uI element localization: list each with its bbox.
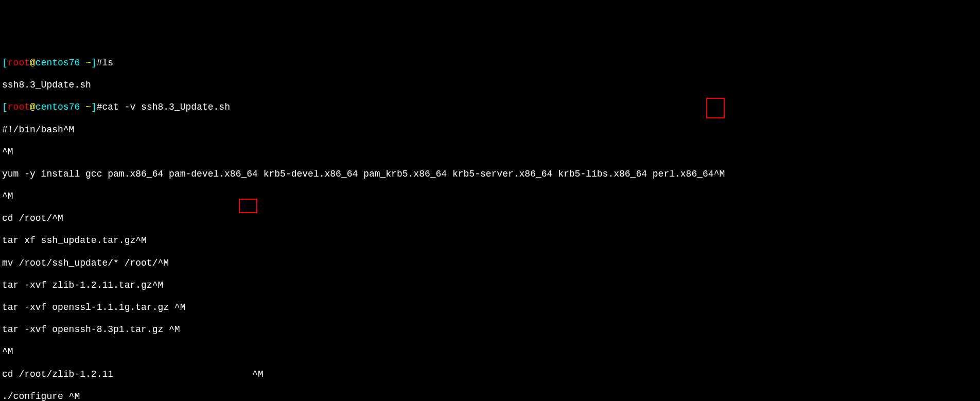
terminal-output[interactable]: [root@centos76 ~]#ls ssh8.3_Update.sh [r…	[2, 46, 978, 401]
script-line: ./configure ^M	[2, 391, 978, 401]
script-line: tar -xvf openssl-1.1.1g.tar.gz ^M	[2, 302, 978, 313]
prompt-user: root	[8, 102, 30, 112]
script-line: mv /root/ssh_update/* /root/^M	[2, 258, 978, 269]
prompt-path: ~	[80, 102, 91, 112]
command-cat: cat -v ssh8.3_Update.sh	[102, 102, 230, 112]
prompt-host: centos76	[36, 58, 80, 68]
prompt-path: ~	[80, 58, 91, 68]
prompt-at: @	[30, 102, 36, 112]
prompt-host: centos76	[36, 102, 80, 112]
prompt-at: @	[30, 58, 36, 68]
script-line: ^M	[2, 147, 978, 158]
script-line: #!/bin/bash^M	[2, 125, 978, 136]
script-line: cd /root/zlib-1.2.11 ^M	[2, 369, 978, 380]
prompt-line-1: [root@centos76 ~]#ls	[2, 58, 978, 69]
prompt-line-2: [root@centos76 ~]#cat -v ssh8.3_Update.s…	[2, 102, 978, 113]
prompt-hash: #	[97, 102, 102, 112]
script-line: tar xf ssh_update.tar.gz^M	[2, 235, 978, 247]
bracket-open: [	[2, 58, 8, 68]
command-ls: ls	[102, 58, 114, 68]
bracket-close: ]	[91, 102, 97, 112]
bracket-open: [	[2, 102, 8, 112]
prompt-hash: #	[97, 58, 102, 68]
script-line: yum -y install gcc pam.x86_64 pam-devel.…	[2, 169, 978, 180]
script-line: ^M	[2, 346, 978, 358]
script-line: ^M	[2, 191, 978, 202]
script-line: tar -xvf openssh-8.3p1.tar.gz ^M	[2, 324, 978, 336]
prompt-user: root	[8, 58, 30, 68]
script-line: tar -xvf zlib-1.2.11.tar.gz^M	[2, 280, 978, 291]
ls-output: ssh8.3_Update.sh	[2, 80, 978, 91]
bracket-close: ]	[91, 58, 97, 68]
script-line: cd /root/^M	[2, 213, 978, 224]
